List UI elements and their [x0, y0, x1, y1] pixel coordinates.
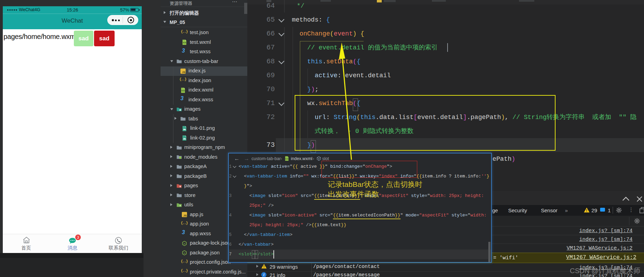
svg-text:<>: <> [181, 89, 185, 92]
svg-text:<>: <> [183, 41, 186, 44]
svg-text:js: js [183, 252, 185, 254]
svg-text:<>: <> [285, 158, 288, 160]
svg-text:js: js [183, 243, 185, 245]
